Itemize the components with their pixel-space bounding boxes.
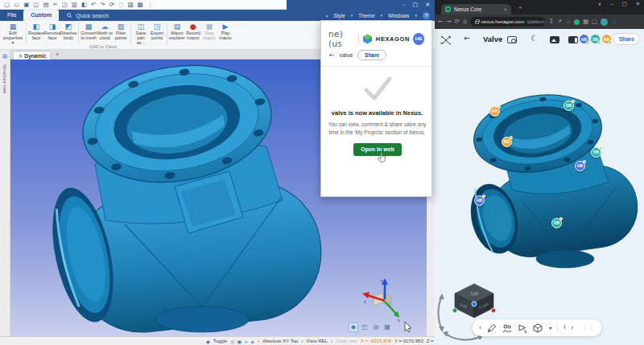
layout-icon[interactable]: ▩ bbox=[138, 2, 143, 8]
toggle-label[interactable]: Toggle bbox=[213, 339, 228, 343]
dark-mode-moon-icon[interactable]: ☾ bbox=[530, 34, 538, 43]
undo-icon[interactable]: ↶ bbox=[91, 2, 96, 8]
menu-windows[interactable]: Windows bbox=[388, 13, 409, 18]
close-button[interactable]: ✕ bbox=[636, 2, 640, 7]
refresh-icon[interactable]: ⟳ bbox=[109, 2, 114, 8]
new-document-tab-button[interactable]: + bbox=[56, 51, 60, 58]
back-button[interactable]: ← bbox=[464, 34, 470, 43]
extension-icon[interactable] bbox=[574, 19, 580, 25]
menu-style[interactable]: Style bbox=[333, 13, 345, 18]
structure-tree-strip[interactable]: ▤ Structure tree bbox=[0, 50, 10, 336]
zoom-target-icon[interactable]: ◎ bbox=[230, 339, 234, 344]
ribbon-convert-mesh-button[interactable]: ▩Convert to mesh bbox=[80, 22, 97, 40]
save-icon[interactable]: ▣ bbox=[23, 2, 29, 8]
minimize-button[interactable]: – bbox=[402, 2, 406, 8]
expand-toolbar-icon[interactable]: › bbox=[571, 325, 573, 331]
chevron-down-icon[interactable]: ▾ bbox=[549, 326, 551, 331]
isometric-view-icon[interactable]: ◰ bbox=[360, 322, 369, 332]
cut-icon[interactable]: ✂ bbox=[52, 2, 57, 8]
menu-theme[interactable]: Theme bbox=[358, 13, 374, 18]
new-doc-icon[interactable]: ▢ bbox=[4, 2, 10, 8]
print-icon[interactable]: ▤ bbox=[43, 2, 48, 8]
profile-avatar[interactable] bbox=[601, 18, 608, 26]
nexus-web-viewer[interactable]: ← Valve ☾ HBDBKB Share bbox=[435, 29, 644, 345]
comment-marker-DB[interactable]: DB bbox=[564, 101, 574, 111]
avatar-DB[interactable]: DB bbox=[590, 34, 601, 44]
browser-tab[interactable]: Nexus Core ✕ bbox=[441, 4, 511, 14]
ribbon-export-points-button[interactable]: ◳Export points bbox=[149, 22, 165, 40]
avatar-HB[interactable]: HB bbox=[579, 34, 589, 44]
format-icon[interactable]: ◧ bbox=[81, 2, 87, 8]
comment-marker-HB[interactable]: HB bbox=[474, 195, 485, 206]
camera-icon[interactable] bbox=[507, 36, 517, 43]
comment-marker-KB[interactable]: KB bbox=[502, 137, 512, 147]
comment-marker-KB[interactable]: KB bbox=[489, 106, 500, 117]
markup-pencil-icon[interactable] bbox=[487, 323, 497, 333]
model-views-icon[interactable] bbox=[533, 323, 543, 333]
paste-icon[interactable]: ▥ bbox=[72, 2, 77, 8]
copy-icon[interactable]: ◳ bbox=[62, 2, 68, 8]
present-pointer-icon[interactable] bbox=[518, 323, 527, 333]
maximize-button[interactable]: ▢ bbox=[413, 2, 419, 8]
ribbon-play-button[interactable]: ▶Play macro bbox=[217, 22, 233, 40]
ribbon-dissolve-body-button[interactable]: ◩Dissolve body bbox=[60, 22, 76, 40]
comment-marker-HB[interactable]: HB bbox=[575, 161, 585, 171]
delete-icon[interactable]: ◌ bbox=[118, 2, 124, 8]
tab-custom[interactable]: Custom bbox=[23, 10, 59, 21]
ribbon-replace-face-button[interactable]: ◧Replace face bbox=[28, 22, 44, 40]
view-mode[interactable]: View REL bbox=[307, 339, 328, 343]
tab-dynamic[interactable]: ◔ Dynamic bbox=[13, 51, 51, 60]
bookmark-star-icon[interactable]: ☆ bbox=[565, 18, 571, 25]
share-icon[interactable]: ↗ bbox=[557, 18, 562, 25]
collapse-ribbon-icon[interactable]: ▴ bbox=[326, 13, 328, 18]
ribbon-filter-points-button[interactable]: ▨Filter points bbox=[113, 22, 129, 40]
ribbon-save-part-button[interactable]: ◫Save part as... bbox=[133, 22, 149, 45]
share-button[interactable]: Share bbox=[613, 33, 640, 45]
avatar[interactable]: HB bbox=[413, 33, 424, 45]
tab-close-icon[interactable]: ✕ bbox=[503, 7, 507, 12]
tab-file[interactable]: File bbox=[0, 10, 23, 21]
tab-overview-icon[interactable]: ∨ bbox=[597, 2, 601, 7]
extensions-puzzle-icon[interactable]: ▦ bbox=[583, 18, 588, 25]
save-all-icon[interactable]: ◫ bbox=[33, 2, 39, 8]
viewpoint-icon[interactable]: ◉ bbox=[349, 322, 358, 332]
minimize-button[interactable]: – bbox=[610, 2, 613, 7]
close-button[interactable]: ✕ bbox=[425, 2, 430, 8]
comment-marker-DB[interactable]: DB bbox=[551, 218, 562, 228]
view-layout-icon[interactable]: ▦ bbox=[382, 322, 392, 332]
expand-icon[interactable] bbox=[441, 35, 451, 45]
screenshot-image-icon[interactable] bbox=[550, 36, 559, 43]
back-button[interactable]: ← bbox=[438, 18, 443, 25]
ribbon-edit-properties-button[interactable]: ▦Edit properties ▾ bbox=[2, 22, 24, 45]
ribbon-mesh-cloud-button[interactable]: ☁Mesh to cloud bbox=[97, 22, 113, 40]
collapse-toolbar-icon[interactable]: ‹ bbox=[479, 325, 481, 331]
text-tool-icon[interactable]: I bbox=[564, 325, 565, 331]
address-bar[interactable]: nexus.hexagon.com /platform... bbox=[470, 17, 546, 27]
drag-handle-dots[interactable]: ⋮⋮ bbox=[582, 325, 595, 331]
back-button[interactable]: ← bbox=[329, 51, 335, 59]
forward-button[interactable]: → bbox=[446, 18, 451, 25]
help-button[interactable]: ? bbox=[423, 12, 430, 19]
ribbon-remove-face-button[interactable]: ◨Remove face bbox=[44, 22, 60, 40]
new-tab-button[interactable]: + bbox=[518, 4, 522, 11]
toggle-icon[interactable]: ◆ bbox=[206, 339, 210, 344]
ribbon-macro-explorer-button[interactable]: ▤Macro explorer bbox=[169, 22, 185, 40]
open-icon[interactable]: ▭ bbox=[14, 2, 19, 8]
resize-grip[interactable]: ⋰ bbox=[427, 338, 432, 343]
more-icon[interactable]: ⋮ bbox=[147, 2, 154, 8]
avatar-KB[interactable]: KB bbox=[601, 34, 612, 44]
people-icon[interactable] bbox=[502, 323, 512, 333]
ribbon-record-button[interactable]: ●Record macro bbox=[185, 22, 201, 40]
note-icon[interactable]: ▨ bbox=[127, 2, 133, 8]
quick-search[interactable]: Quick search bbox=[67, 13, 109, 18]
snap-icon[interactable]: + bbox=[244, 339, 248, 344]
comment-marker-DB[interactable]: DB bbox=[591, 147, 601, 158]
redo-icon[interactable]: ↷ bbox=[100, 2, 105, 8]
maximize-button[interactable]: ▢ bbox=[621, 2, 626, 7]
axes-icon[interactable]: ◈ bbox=[250, 339, 254, 344]
grid-icon[interactable]: ▣ bbox=[237, 339, 242, 344]
panel-layout-icon[interactable] bbox=[568, 36, 578, 43]
side-panel-icon[interactable]: ▢ bbox=[592, 18, 597, 25]
valve-model-3d[interactable] bbox=[459, 80, 644, 286]
download-icon[interactable]: ↧ bbox=[549, 18, 554, 25]
